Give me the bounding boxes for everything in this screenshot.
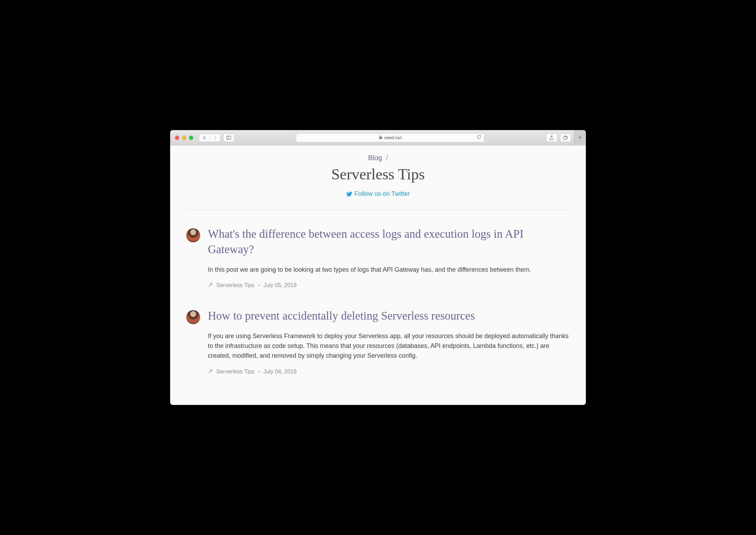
new-tab-button[interactable]: + [574, 130, 586, 145]
share-button[interactable] [546, 134, 557, 142]
minimize-window-button[interactable] [182, 136, 186, 140]
author-avatar [186, 228, 200, 242]
post-title-link[interactable]: How to prevent accidentally deleting Ser… [208, 309, 475, 322]
address-bar[interactable]: seed.run [296, 133, 485, 142]
twitter-follow-text: Follow us on Twitter [355, 190, 410, 198]
page-title: Serverless Tips [186, 165, 570, 183]
breadcrumb: Blog / [186, 154, 570, 162]
breadcrumb-parent-link[interactable]: Blog [368, 154, 382, 162]
post-meta: Serverless Tips • July 04, 2019 [208, 369, 570, 375]
page-header: Blog / Serverless Tips Follow us on Twit… [186, 152, 570, 210]
wand-icon [208, 369, 213, 375]
sidebar-toggle-group [223, 134, 234, 142]
meta-separator: • [258, 369, 260, 375]
post-title-link[interactable]: What's the difference between access log… [208, 228, 523, 256]
breadcrumb-separator: / [386, 154, 388, 162]
page-content: Blog / Serverless Tips Follow us on Twit… [170, 145, 586, 405]
post-meta: Serverless Tips • July 05, 2019 [208, 282, 570, 288]
twitter-icon [346, 191, 352, 197]
meta-separator: • [258, 282, 260, 288]
post-excerpt: If you are using Serverless Framework to… [208, 331, 570, 361]
browser-window: seed.run + Blog / Se [170, 130, 586, 405]
post-item: What's the difference between access log… [186, 226, 570, 289]
post-excerpt: In this post we are going to be looking … [208, 265, 570, 275]
toolbar-right: + [546, 134, 582, 142]
post-body: What's the difference between access log… [208, 226, 570, 289]
forward-button[interactable] [210, 134, 220, 142]
back-button[interactable] [199, 134, 210, 142]
post-list: What's the difference between access log… [186, 210, 570, 375]
reload-button[interactable] [477, 135, 481, 141]
lock-icon [379, 135, 383, 140]
post-category: Serverless Tips [216, 282, 254, 288]
sidebar-toggle-button[interactable] [224, 134, 234, 142]
twitter-follow-link[interactable]: Follow us on Twitter [346, 190, 410, 198]
post-body: How to prevent accidentally deleting Ser… [208, 308, 570, 374]
post-category: Serverless Tips [216, 369, 254, 375]
author-avatar [186, 310, 200, 324]
wand-icon [208, 282, 213, 288]
post-date: July 05, 2019 [263, 282, 297, 288]
url-text: seed.run [384, 135, 402, 140]
post-date: July 04, 2019 [263, 369, 297, 375]
fullscreen-window-button[interactable] [189, 136, 193, 140]
post-title: How to prevent accidentally deleting Ser… [208, 308, 570, 324]
tabs-overview-button[interactable] [560, 134, 571, 142]
svg-rect-2 [564, 136, 567, 139]
nav-buttons-group [199, 134, 220, 142]
svg-rect-0 [227, 136, 231, 140]
window-controls [174, 136, 193, 140]
post-item: How to prevent accidentally deleting Ser… [186, 308, 570, 374]
close-window-button[interactable] [175, 136, 179, 140]
browser-toolbar: seed.run + [170, 130, 586, 145]
post-title: What's the difference between access log… [208, 226, 570, 257]
